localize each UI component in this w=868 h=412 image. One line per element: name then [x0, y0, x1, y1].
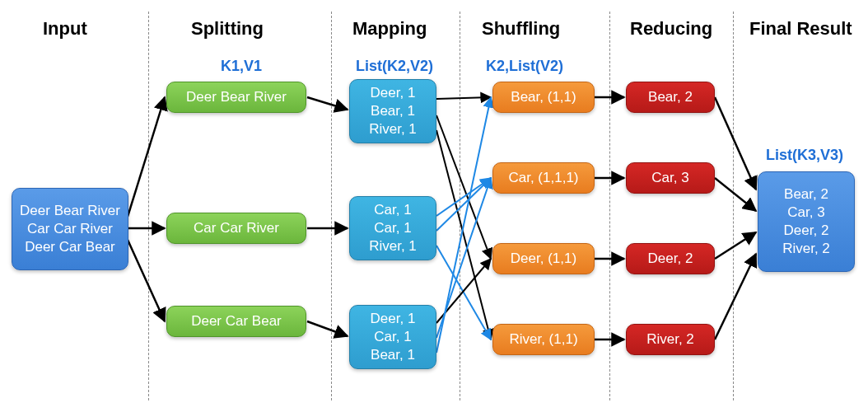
svg-line-8	[436, 130, 491, 339]
final-line: River, 2	[765, 240, 847, 258]
shuffle-node-1: Bear, (1,1)	[492, 82, 595, 113]
svg-line-11	[436, 246, 491, 339]
subheader-final: List(K3,V3)	[766, 147, 843, 164]
header-map: Mapping	[352, 18, 427, 40]
reduce-text: Car, 3	[633, 169, 707, 187]
header-final: Final Result	[749, 18, 852, 40]
subheader-split: K1,V1	[221, 58, 262, 75]
svg-line-19	[715, 97, 756, 190]
map-line: Car, 1	[357, 219, 429, 237]
shuffle-text: Deer, (1,1)	[500, 250, 587, 268]
split-text: Deer Car Bear	[174, 312, 299, 330]
svg-line-13	[436, 178, 491, 338]
divider	[733, 12, 734, 400]
input-line: Deer Bear River	[19, 202, 121, 220]
map-node-1: Deer, 1 Bear, 1 River, 1	[349, 79, 436, 143]
svg-line-0	[128, 97, 165, 217]
final-line: Deer, 2	[765, 222, 847, 240]
svg-line-2	[128, 240, 165, 321]
split-node-2: Car Car River	[166, 213, 306, 244]
reduce-node-2: Car, 3	[626, 162, 715, 194]
header-shuffle: Shuffling	[482, 18, 560, 40]
shuffle-node-2: Car, (1,1,1)	[492, 162, 595, 194]
reduce-node-3: Deer, 2	[626, 243, 715, 274]
input-node: Deer Bear River Car Car River Deer Car B…	[12, 188, 128, 270]
divider	[148, 12, 149, 400]
header-input: Input	[43, 18, 87, 40]
header-reduce: Reducing	[630, 18, 712, 40]
final-line: Bear, 2	[765, 185, 847, 204]
split-text: Deer Bear River	[174, 88, 299, 106]
subheader-shuf: K2,List(V2)	[486, 58, 563, 75]
shuffle-node-3: Deer, (1,1)	[492, 243, 595, 274]
svg-line-21	[715, 232, 756, 259]
svg-line-6	[436, 97, 491, 99]
shuffle-text: Car, (1,1,1)	[500, 169, 587, 187]
map-line: River, 1	[357, 237, 429, 255]
map-line: Deer, 1	[357, 84, 429, 102]
svg-line-10	[436, 178, 491, 231]
input-line: Deer Car Bear	[19, 238, 121, 256]
map-node-3: Deer, 1 Car, 1 Bear, 1	[349, 305, 436, 369]
svg-line-5	[307, 321, 348, 336]
subheader-map: List(K2,V2)	[356, 58, 433, 75]
map-line: Bear, 1	[357, 346, 429, 364]
svg-line-22	[715, 254, 756, 339]
svg-line-9	[436, 178, 491, 216]
reduce-text: River, 2	[633, 330, 707, 349]
svg-line-14	[436, 97, 491, 353]
reduce-text: Bear, 2	[633, 88, 707, 106]
header-split: Splitting	[191, 18, 264, 40]
split-node-3: Deer Car Bear	[166, 306, 306, 337]
map-node-2: Car, 1 Car, 1 River, 1	[349, 196, 436, 260]
final-line: Car, 3	[765, 204, 847, 222]
divider	[609, 12, 610, 400]
svg-line-12	[436, 259, 491, 323]
map-line: Car, 1	[357, 201, 429, 219]
map-line: Bear, 1	[357, 102, 429, 120]
input-line: Car Car River	[19, 220, 121, 238]
shuffle-node-4: River, (1,1)	[492, 324, 595, 355]
map-line: River, 1	[357, 120, 429, 138]
final-node: Bear, 2 Car, 3 Deer, 2 River, 2	[758, 171, 855, 272]
svg-line-3	[307, 97, 348, 110]
reduce-node-1: Bear, 2	[626, 82, 715, 113]
divider	[331, 12, 332, 400]
reduce-text: Deer, 2	[633, 250, 707, 268]
map-line: Deer, 1	[357, 310, 429, 328]
shuffle-text: Bear, (1,1)	[500, 88, 587, 106]
svg-line-7	[436, 115, 491, 259]
split-node-1: Deer Bear River	[166, 82, 306, 113]
svg-line-20	[715, 178, 756, 211]
shuffle-text: River, (1,1)	[500, 330, 587, 349]
split-text: Car Car River	[174, 219, 299, 237]
divider	[460, 12, 460, 400]
map-line: Car, 1	[357, 328, 429, 346]
reduce-node-4: River, 2	[626, 324, 715, 355]
